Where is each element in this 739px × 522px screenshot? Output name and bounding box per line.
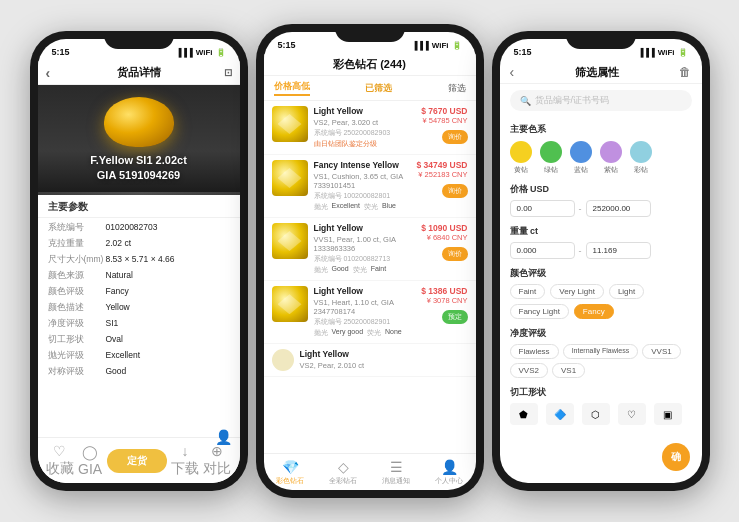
phone-1: 5:15 ▐▐▐ WiFi 🔋 ‹ 货品详情 ⊡ F.Yellow SI1 2.… [30, 31, 248, 491]
p3-clarity-vvs2[interactable]: VVS2 [510, 363, 548, 378]
p3-search-placeholder: 货品编号/证书号码 [535, 94, 610, 107]
p1-param-row-6: 净度评级SI1 [38, 316, 240, 332]
p2-status-icons: ▐▐▐ WiFi 🔋 [412, 41, 462, 50]
p1-product-image: F.Yellow SI1 2.02ct GIA 5191094269 [38, 85, 240, 195]
p1-status-icons: ▐▐▐ WiFi 🔋 [176, 48, 226, 57]
p2-footer-item-2[interactable]: ☰ 消息通知 [382, 459, 410, 486]
p3-clarity-vs1[interactable]: VS1 [552, 363, 585, 378]
p3-price-min-input[interactable]: 0.00 [510, 200, 575, 217]
p2-inquiry-btn-1[interactable]: 询价 [442, 184, 468, 198]
p2-sort-selected[interactable]: 已筛选 [365, 82, 392, 95]
p3-weight-sep: - [579, 246, 582, 256]
p3-clarity-section: 净度评级 Flawless Internally Flawless VVS1 V… [500, 323, 702, 382]
p3-clarity-fl[interactable]: Flawless [510, 344, 559, 359]
p3-weight-section: 重量 ct 0.000 - 11.169 [500, 221, 702, 263]
p3-grade-light[interactable]: Light [609, 284, 644, 299]
p2-diamond2-icon: ◇ [338, 459, 349, 475]
p1-footer-item-0[interactable]: ♡收藏 [46, 443, 74, 478]
p3-delete-icon[interactable]: 🗑 [679, 65, 691, 79]
p3-grade-fancylight[interactable]: Fancy Light [510, 304, 569, 319]
p3-grade-verylight[interactable]: Very Light [550, 284, 604, 299]
p1-time: 5:15 [52, 47, 70, 57]
p1-confirm-button[interactable]: 定货 [107, 449, 167, 473]
p3-clarity-title: 净度评级 [510, 327, 692, 340]
p2-item-title-3: Light Yellow [314, 286, 404, 297]
p3-cut-heart[interactable]: ♡ [618, 403, 646, 425]
p3-color-item-0[interactable]: 黄钻 [510, 141, 532, 175]
p2-list-item-4[interactable]: Light Yellow VS2, Pear, 2.010 ct [264, 344, 476, 377]
p1-user-icon[interactable]: 👤 [215, 429, 232, 445]
p2-list-item-3[interactable]: Light Yellow VS1, Heart, 1.10 ct, GIA 23… [264, 281, 476, 344]
p3-weight-title: 重量 ct [510, 225, 692, 238]
p1-param-row-4: 颜色评级Fancy [38, 284, 240, 300]
p2-price-usd-1: $ 34749 USD [410, 160, 468, 170]
p1-param-row-8: 抛光评级Excellent [38, 348, 240, 364]
p2-footer-item-1[interactable]: ◇ 全彩钻石 [329, 459, 357, 486]
p3-grade-faint[interactable]: Faint [510, 284, 546, 299]
p3-clarity-ifl[interactable]: Internally Flawless [563, 344, 639, 359]
p1-footer-item-2[interactable]: ↓下载 [171, 443, 199, 478]
p1-value-2: 8.53 × 5.71 × 4.66 [106, 254, 175, 266]
p2-item-info-0: Light Yellow VS2, Pear, 3.020 ct 系统编号 25… [314, 106, 404, 149]
p3-cut-cushion[interactable]: ▣ [654, 403, 682, 425]
p3-weight-min-input[interactable]: 0.000 [510, 242, 575, 259]
p2-list-item-1[interactable]: Fancy Intense Yellow VS1, Cushion, 3.65 … [264, 155, 476, 218]
p3-search-bar[interactable]: 🔍 货品编号/证书号码 [510, 90, 692, 111]
p2-diamond-thumb-3 [272, 286, 308, 322]
p2-item-info-1: Fancy Intense Yellow VS1, Cushion, 3.65 … [314, 160, 404, 212]
p2-inquiry-btn-0[interactable]: 询价 [442, 130, 468, 144]
p2-list: Light Yellow VS2, Pear, 3.020 ct 系统编号 25… [264, 101, 476, 453]
p1-edit-icon[interactable]: ⊡ [224, 67, 232, 78]
p2-list-item-0[interactable]: Light Yellow VS2, Pear, 3.020 ct 系统编号 25… [264, 101, 476, 155]
p2-item-price-1: $ 34749 USD ¥ 252183 CNY 询价 [410, 160, 468, 212]
p2-inquiry-btn-2[interactable]: 询价 [442, 247, 468, 261]
phone-3-notch [566, 31, 636, 49]
p1-section-title: 主要参数 [38, 195, 240, 218]
p3-grade-fancy[interactable]: Fancy [574, 304, 614, 319]
p1-header: ‹ 货品详情 ⊡ [38, 61, 240, 85]
p1-label-2: 尺寸大小(mm) [48, 254, 106, 266]
p3-cut-oval[interactable]: ⬡ [582, 403, 610, 425]
p2-reserve-btn-3[interactable]: 预定 [442, 310, 468, 324]
p1-value-1: 2.02 ct [106, 238, 132, 250]
p3-cyan-label: 彩钻 [634, 165, 648, 175]
p3-purple-label: 紫钻 [604, 165, 618, 175]
p2-footer-item-0[interactable]: 💎 彩色钻石 [276, 459, 304, 486]
p3-color-item-2[interactable]: 蓝钻 [570, 141, 592, 175]
p3-yellow-dot [510, 141, 532, 163]
p3-color-item-4[interactable]: 彩钻 [630, 141, 652, 175]
p1-back-icon[interactable]: ‹ [46, 65, 51, 81]
p3-cut-round[interactable]: ⬟ [510, 403, 538, 425]
p2-diamond-shape-3 [278, 294, 302, 314]
p3-price-sep: - [579, 204, 582, 214]
p3-back-icon[interactable]: ‹ [510, 64, 515, 80]
p3-cut-pear[interactable]: 🔷 [546, 403, 574, 425]
p1-footer-item-1[interactable]: ◯GIA [78, 444, 102, 477]
p2-price-cny-1: ¥ 252183 CNY [410, 170, 468, 179]
p3-color-item-1[interactable]: 绿钻 [540, 141, 562, 175]
p1-footer-item-3[interactable]: ⊕对比 [203, 443, 231, 478]
p1-wifi-icon: WiFi [196, 48, 213, 57]
p2-item-meta-2: 抛光Good 荧光Faint [314, 265, 404, 275]
p2-item-title-2: Light Yellow [314, 223, 404, 234]
p3-blue-dot [570, 141, 592, 163]
p2-footer-item-3[interactable]: 👤 个人中心 [435, 459, 463, 486]
p1-param-row-9: 对称评级Good [38, 364, 240, 380]
p2-item-extra-0: 由日钻团队鉴定分级 [314, 139, 404, 149]
p3-green-dot [540, 141, 562, 163]
p2-list-item-2[interactable]: Light Yellow VVS1, Pear, 1.00 ct, GIA 13… [264, 218, 476, 281]
p2-header: 彩色钻石 (244) [264, 54, 476, 76]
p1-param-row-5: 颜色描述Yellow [38, 300, 240, 316]
p3-confirm-button[interactable]: 确 [662, 443, 690, 471]
p2-sort-active[interactable]: 价格高低 [274, 80, 310, 96]
p2-item-price-3: $ 1386 USD ¥ 3078 CNY 预定 [410, 286, 468, 338]
p3-clarity-vvs1[interactable]: VVS1 [642, 344, 680, 359]
p3-cyan-dot [630, 141, 652, 163]
p2-price-usd-0: $ 7670 USD [410, 106, 468, 116]
p2-flu-val-1: Blue [382, 202, 396, 212]
p3-price-max-input[interactable]: 252000.00 [586, 200, 651, 217]
p3-weight-max-input[interactable]: 11.169 [586, 242, 651, 259]
p2-item-info-4: Light Yellow VS2, Pear, 2.010 ct [300, 349, 468, 371]
p2-filter-button[interactable]: 筛选 [448, 82, 466, 95]
p3-color-item-3[interactable]: 紫钻 [600, 141, 622, 175]
